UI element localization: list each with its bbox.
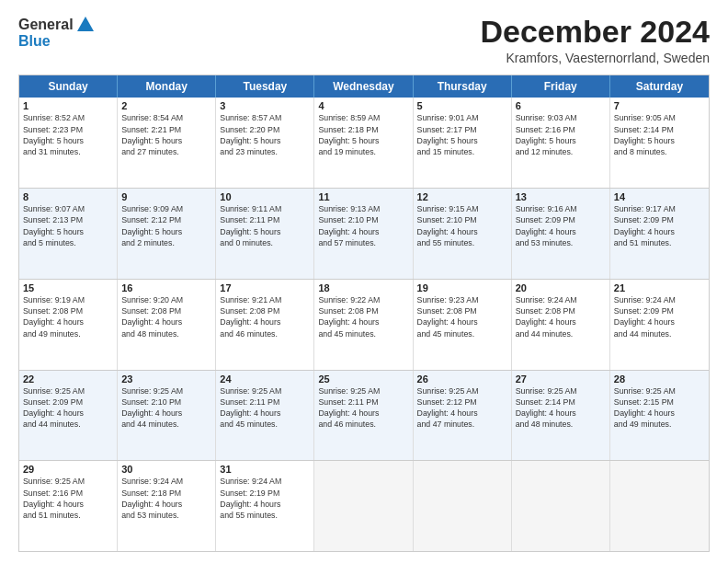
cal-cell-2: 2Sunrise: 8:54 AMSunset: 2:21 PMDaylight… (118, 98, 216, 188)
day-number: 14 (614, 191, 705, 202)
day-info: Sunrise: 8:59 AMSunset: 2:18 PMDaylight:… (318, 112, 408, 157)
day-number: 19 (417, 282, 507, 293)
day-info: Sunrise: 9:13 AMSunset: 2:10 PMDaylight:… (318, 203, 408, 248)
day-info: Sunrise: 9:20 AMSunset: 2:08 PMDaylight:… (121, 294, 211, 339)
cal-cell-13: 13Sunrise: 9:16 AMSunset: 2:09 PMDayligh… (512, 189, 610, 279)
cal-cell-14: 14Sunrise: 9:17 AMSunset: 2:09 PMDayligh… (610, 189, 709, 279)
day-number: 31 (220, 464, 310, 475)
calendar-row-3: 22Sunrise: 9:25 AMSunset: 2:09 PMDayligh… (19, 370, 709, 461)
day-info: Sunrise: 9:24 AMSunset: 2:09 PMDaylight:… (614, 294, 705, 339)
day-info: Sunrise: 9:03 AMSunset: 2:16 PMDaylight:… (516, 112, 606, 157)
day-info: Sunrise: 9:22 AMSunset: 2:08 PMDaylight:… (318, 294, 408, 339)
cal-cell-16: 16Sunrise: 9:20 AMSunset: 2:08 PMDayligh… (118, 280, 216, 370)
day-number: 5 (417, 100, 507, 111)
cal-cell-10: 10Sunrise: 9:11 AMSunset: 2:11 PMDayligh… (216, 189, 314, 279)
cal-cell-27: 27Sunrise: 9:25 AMSunset: 2:14 PMDayligh… (512, 371, 610, 461)
day-number: 28 (614, 373, 705, 385)
calendar-row-1: 8Sunrise: 9:07 AMSunset: 2:13 PMDaylight… (19, 188, 709, 279)
day-info: Sunrise: 9:24 AMSunset: 2:08 PMDaylight:… (516, 294, 606, 339)
calendar: SundayMondayTuesdayWednesdayThursdayFrid… (18, 75, 710, 552)
day-info: Sunrise: 9:09 AMSunset: 2:12 PMDaylight:… (121, 203, 211, 248)
day-info: Sunrise: 9:17 AMSunset: 2:09 PMDaylight:… (614, 203, 705, 248)
day-info: Sunrise: 9:05 AMSunset: 2:14 PMDaylight:… (614, 112, 705, 157)
day-number: 1 (23, 100, 113, 111)
logo: General Blue (18, 15, 96, 50)
day-number: 29 (23, 464, 113, 475)
cal-cell-empty (314, 461, 413, 551)
cal-cell-7: 7Sunrise: 9:05 AMSunset: 2:14 PMDaylight… (610, 98, 709, 188)
day-number: 24 (220, 373, 310, 385)
day-number: 26 (417, 373, 507, 385)
day-number: 2 (121, 100, 211, 111)
day-number: 6 (516, 100, 606, 111)
cal-cell-30: 30Sunrise: 9:24 AMSunset: 2:18 PMDayligh… (118, 461, 216, 551)
cal-cell-15: 15Sunrise: 9:19 AMSunset: 2:08 PMDayligh… (19, 280, 118, 370)
day-number: 17 (220, 282, 310, 293)
day-info: Sunrise: 8:52 AMSunset: 2:23 PMDaylight:… (23, 112, 113, 157)
day-number: 4 (318, 100, 408, 111)
cal-cell-17: 17Sunrise: 9:21 AMSunset: 2:08 PMDayligh… (216, 280, 314, 370)
cal-cell-19: 19Sunrise: 9:23 AMSunset: 2:08 PMDayligh… (414, 280, 512, 370)
header-day-friday: Friday (512, 75, 610, 98)
day-info: Sunrise: 9:24 AMSunset: 2:19 PMDaylight:… (220, 476, 310, 521)
calendar-row-4: 29Sunrise: 9:25 AMSunset: 2:16 PMDayligh… (19, 460, 709, 551)
cal-cell-empty (414, 461, 512, 551)
cal-cell-12: 12Sunrise: 9:15 AMSunset: 2:10 PMDayligh… (414, 189, 512, 279)
cal-cell-3: 3Sunrise: 8:57 AMSunset: 2:20 PMDaylight… (216, 98, 314, 188)
cal-cell-5: 5Sunrise: 9:01 AMSunset: 2:17 PMDaylight… (414, 98, 512, 188)
day-number: 20 (516, 282, 606, 293)
header-day-wednesday: Wednesday (314, 75, 413, 98)
logo-icon (75, 15, 96, 35)
day-number: 30 (121, 464, 211, 475)
header-day-thursday: Thursday (414, 75, 512, 98)
location-title: Kramfors, Vaesternorrland, Sweden (480, 51, 710, 65)
day-number: 18 (318, 282, 408, 293)
logo-general: General (18, 17, 74, 33)
cal-cell-9: 9Sunrise: 9:09 AMSunset: 2:12 PMDaylight… (118, 189, 216, 279)
day-info: Sunrise: 9:25 AMSunset: 2:14 PMDaylight:… (516, 385, 606, 431)
day-info: Sunrise: 8:57 AMSunset: 2:20 PMDaylight:… (220, 112, 310, 157)
day-info: Sunrise: 9:25 AMSunset: 2:10 PMDaylight:… (121, 385, 211, 431)
day-info: Sunrise: 9:07 AMSunset: 2:13 PMDaylight:… (23, 203, 113, 248)
header: General Blue December 2024 Kramfors, Vae… (18, 15, 710, 65)
cal-cell-23: 23Sunrise: 9:25 AMSunset: 2:10 PMDayligh… (118, 371, 216, 461)
cal-cell-24: 24Sunrise: 9:25 AMSunset: 2:11 PMDayligh… (216, 371, 314, 461)
cal-cell-29: 29Sunrise: 9:25 AMSunset: 2:16 PMDayligh… (19, 461, 118, 551)
day-info: Sunrise: 9:25 AMSunset: 2:11 PMDaylight:… (318, 385, 408, 431)
cal-cell-11: 11Sunrise: 9:13 AMSunset: 2:10 PMDayligh… (314, 189, 413, 279)
logo-text: General (18, 15, 96, 35)
day-number: 21 (614, 282, 705, 293)
day-number: 25 (318, 373, 408, 385)
title-block: December 2024 Kramfors, Vaesternorrland,… (480, 15, 710, 65)
day-info: Sunrise: 9:25 AMSunset: 2:12 PMDaylight:… (417, 385, 507, 431)
day-number: 22 (23, 373, 113, 385)
month-title: December 2024 (480, 15, 710, 49)
day-info: Sunrise: 9:11 AMSunset: 2:11 PMDaylight:… (220, 203, 310, 248)
header-day-tuesday: Tuesday (216, 75, 314, 98)
cal-cell-6: 6Sunrise: 9:03 AMSunset: 2:16 PMDaylight… (512, 98, 610, 188)
day-number: 8 (23, 191, 113, 202)
logo-blue: Blue (18, 33, 51, 50)
day-number: 7 (614, 100, 705, 111)
day-info: Sunrise: 9:01 AMSunset: 2:17 PMDaylight:… (417, 112, 507, 157)
day-number: 11 (318, 191, 408, 202)
calendar-header-row: SundayMondayTuesdayWednesdayThursdayFrid… (19, 75, 709, 98)
day-number: 27 (516, 373, 606, 385)
header-day-saturday: Saturday (610, 75, 709, 98)
day-info: Sunrise: 9:25 AMSunset: 2:15 PMDaylight:… (614, 385, 705, 431)
day-info: Sunrise: 9:16 AMSunset: 2:09 PMDaylight:… (516, 203, 606, 248)
day-number: 10 (220, 191, 310, 202)
day-number: 12 (417, 191, 507, 202)
day-info: Sunrise: 9:25 AMSunset: 2:11 PMDaylight:… (220, 385, 310, 431)
day-number: 13 (516, 191, 606, 202)
cal-cell-26: 26Sunrise: 9:25 AMSunset: 2:12 PMDayligh… (414, 371, 512, 461)
cal-cell-28: 28Sunrise: 9:25 AMSunset: 2:15 PMDayligh… (610, 371, 709, 461)
day-info: Sunrise: 9:19 AMSunset: 2:08 PMDaylight:… (23, 294, 113, 339)
svg-marker-0 (77, 17, 94, 31)
cal-cell-empty (512, 461, 610, 551)
cal-cell-18: 18Sunrise: 9:22 AMSunset: 2:08 PMDayligh… (314, 280, 413, 370)
day-info: Sunrise: 9:25 AMSunset: 2:16 PMDaylight:… (23, 476, 113, 521)
day-info: Sunrise: 9:24 AMSunset: 2:18 PMDaylight:… (121, 476, 211, 521)
cal-cell-1: 1Sunrise: 8:52 AMSunset: 2:23 PMDaylight… (19, 98, 118, 188)
cal-cell-25: 25Sunrise: 9:25 AMSunset: 2:11 PMDayligh… (314, 371, 413, 461)
